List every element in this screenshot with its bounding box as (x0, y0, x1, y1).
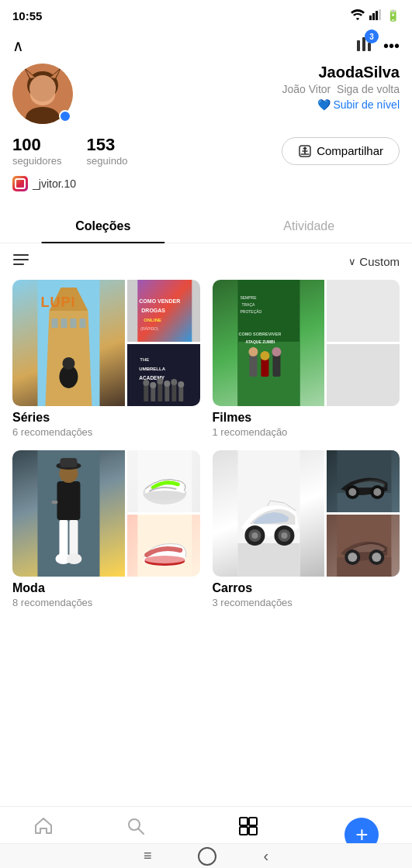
svg-text:UMBRELLA: UMBRELLA (139, 367, 165, 371)
svg-text:COMO VENDER: COMO VENDER (139, 298, 180, 304)
svg-point-80 (144, 491, 185, 500)
plus-icon: + (355, 824, 368, 846)
collection-card-moda[interactable]: Moda 8 recomendações (12, 450, 200, 608)
svg-point-88 (251, 532, 258, 539)
collection-images-filmes: SEMPRE TRAÇA PROTEÇÃO COMO SOBREVIVER AT… (213, 280, 400, 406)
svg-rect-106 (240, 818, 248, 825)
grid-icon (238, 816, 258, 841)
tab-collections[interactable]: Coleções (0, 210, 206, 243)
tabs-container: Coleções Atividade (0, 210, 412, 243)
svg-point-97 (374, 488, 382, 496)
social-handle[interactable]: _jvitor.10 (12, 176, 400, 191)
android-home-icon[interactable] (198, 847, 216, 866)
svg-rect-0 (369, 16, 372, 20)
custom-filter-label: Custom (359, 255, 400, 268)
svg-rect-46 (178, 386, 183, 401)
svg-rect-77 (51, 501, 57, 504)
filter-row: ∨ Custom (0, 243, 412, 280)
svg-point-9 (30, 84, 55, 105)
svg-rect-1 (372, 13, 375, 20)
collections-grid: LUPI (0, 280, 412, 621)
nav-right-actions: 3 ••• (354, 34, 400, 57)
svg-point-103 (372, 553, 382, 562)
svg-point-11 (45, 91, 50, 95)
collection-name-series: Séries (12, 411, 200, 425)
svg-rect-28 (79, 319, 85, 328)
svg-rect-76 (60, 458, 77, 467)
svg-point-52 (178, 381, 184, 388)
svg-point-58 (248, 347, 258, 356)
followers-stat[interactable]: 100 seguidores (12, 135, 62, 167)
svg-rect-2 (376, 11, 378, 20)
filter-icon[interactable] (12, 253, 29, 270)
collection-name-filmes: Filmes (213, 411, 400, 425)
share-label: Compartilhar (317, 144, 383, 157)
home-icon (33, 816, 54, 841)
collection-card-series[interactable]: LUPI (12, 280, 200, 438)
signal-icon (369, 9, 382, 22)
collection-images-moda (12, 450, 200, 577)
collection-card-carros[interactable]: Carros 3 recomendações (213, 450, 400, 608)
profile-info: JaodaSilva João Vitor Siga de volta 💙 Su… (74, 64, 400, 111)
android-back-icon[interactable]: ‹ (263, 847, 268, 865)
svg-rect-69 (57, 481, 80, 520)
status-time: 10:55 (12, 9, 42, 22)
svg-line-105 (138, 828, 144, 834)
svg-text:ONLINE: ONLINE (144, 318, 161, 322)
back-button[interactable]: ∧ (12, 36, 24, 55)
svg-rect-70 (59, 520, 68, 559)
svg-point-83 (144, 556, 185, 563)
instagram-icon (12, 176, 28, 191)
svg-rect-44 (164, 385, 169, 401)
upgrade-button[interactable]: 💙 Subir de nível (87, 98, 400, 111)
svg-rect-25 (51, 319, 57, 328)
svg-rect-85 (237, 543, 299, 577)
notification-button[interactable]: 3 (354, 34, 374, 57)
search-icon (126, 816, 146, 841)
custom-filter-button[interactable]: ∨ Custom (348, 255, 400, 268)
svg-point-51 (171, 379, 177, 385)
instagram-handle: _jvitor.10 (33, 177, 76, 190)
svg-text:PROTEÇÃO: PROTEÇÃO (240, 309, 261, 314)
following-count: 153 (87, 135, 116, 155)
profile-header: JaodaSilva João Vitor Siga de volta 💙 Su… (12, 64, 400, 126)
svg-text:ATAQUE ZUMBI: ATAQUE ZUMBI (245, 339, 275, 344)
svg-point-30 (62, 357, 74, 370)
collection-name-moda: Moda (12, 581, 200, 595)
stats-row: 100 seguidores 153 seguindo Compartilhar (12, 135, 400, 167)
svg-rect-4 (357, 40, 360, 51)
svg-text:(RÁPIDO): (RÁPIDO) (140, 326, 158, 331)
profile-section: JaodaSilva João Vitor Siga de volta 💙 Su… (0, 64, 412, 204)
status-bar: 10:55 🔋 (0, 0, 412, 31)
share-button[interactable]: Compartilhar (282, 137, 400, 165)
svg-rect-61 (272, 353, 280, 377)
followers-label: seguidores (12, 155, 62, 167)
collection-images-carros (213, 450, 400, 577)
svg-point-101 (348, 553, 358, 562)
more-options-button[interactable]: ••• (383, 37, 400, 55)
svg-point-47 (143, 380, 149, 386)
svg-rect-71 (69, 520, 78, 559)
collection-images-series: LUPI (12, 280, 200, 406)
followers-count: 100 (12, 135, 41, 155)
svg-point-91 (281, 532, 287, 539)
collection-card-filmes[interactable]: SEMPRE TRAÇA PROTEÇÃO COMO SOBREVIVER AT… (213, 280, 400, 438)
svg-point-62 (272, 347, 281, 356)
following-stat[interactable]: 153 seguindo (87, 135, 128, 167)
svg-rect-57 (249, 353, 257, 377)
collection-name-carros: Carros (213, 581, 400, 595)
avatar-container (12, 64, 74, 126)
status-icons: 🔋 (351, 9, 400, 22)
tab-activity[interactable]: Atividade (206, 210, 413, 243)
collection-count-filmes: 1 recomendação (213, 426, 400, 438)
svg-rect-26 (61, 319, 67, 328)
avatar-verified-dot (59, 110, 71, 122)
svg-rect-43 (158, 383, 162, 401)
android-menu-icon[interactable]: ≡ (144, 848, 152, 864)
collection-count-moda: 8 recomendações (12, 597, 200, 608)
svg-point-10 (36, 91, 40, 95)
svg-rect-3 (379, 9, 381, 20)
profile-follow-back[interactable]: Siga de volta (337, 83, 400, 95)
collection-count-series: 6 recomendações (12, 426, 200, 438)
profile-real-name: João Vitor (282, 83, 331, 95)
